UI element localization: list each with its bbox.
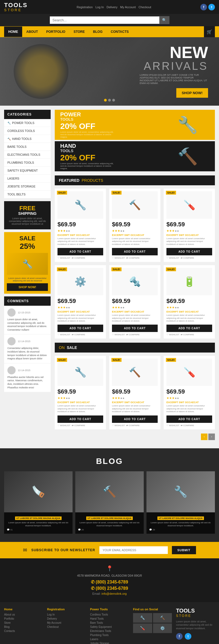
nav-contacts[interactable]: CONTACTS bbox=[106, 27, 133, 37]
sidebar-item-electricians-tools[interactable]: ELECTRICIANS TOOLS bbox=[4, 151, 51, 159]
footer-link-jobsite[interactable]: Jobsite Storage bbox=[90, 642, 129, 644]
footer-link-store[interactable]: Store bbox=[4, 621, 43, 624]
on-sale-compare-1[interactable]: ⇄ COMPARE bbox=[72, 424, 85, 427]
top-link-checkout[interactable]: Checkout bbox=[139, 5, 151, 9]
nav-store[interactable]: STORE bbox=[70, 27, 89, 37]
footer-link-myaccount[interactable]: My Account bbox=[47, 621, 86, 624]
wishlist-action-1[interactable]: ♡ WISHLIST bbox=[57, 257, 70, 259]
nav-about[interactable]: ABOUT bbox=[22, 27, 42, 37]
dot-1[interactable] bbox=[104, 99, 107, 102]
footer-link-plumbing[interactable]: Plumbing Tools bbox=[90, 634, 129, 637]
shop-now-button[interactable]: SHOP NOW! bbox=[7, 283, 48, 291]
on-sale-add-to-cart-3[interactable]: ADD TO CART bbox=[166, 415, 212, 423]
footer-phone-1[interactable]: ✆ (800) 2345-6789 bbox=[4, 579, 215, 585]
on-sale-price-1: $69.59 bbox=[57, 388, 103, 395]
product-desc-3: Lorem ipsum dolor sit amet consectetur a… bbox=[166, 237, 212, 246]
hero-shop-now-button[interactable]: SHOP NOW! bbox=[176, 88, 208, 98]
footer-link-safety[interactable]: Safety Equipment bbox=[90, 625, 129, 628]
on-sale-add-to-cart-1[interactable]: ADD TO CART bbox=[57, 415, 103, 423]
nav-home[interactable]: HOME bbox=[4, 27, 22, 37]
wishlist-action-4[interactable]: ♡ WISHLIST bbox=[57, 333, 70, 336]
sidebar-item-tool-belts[interactable]: TOOL BELTS bbox=[4, 190, 51, 198]
wishlist-action-5[interactable]: ♡ WISHLIST bbox=[112, 333, 125, 336]
on-sale-wishlist-1[interactable]: ♡ WISHLIST bbox=[57, 424, 70, 427]
add-to-cart-button-2[interactable]: ADD TO CART bbox=[112, 248, 158, 255]
add-to-cart-button-1[interactable]: ADD TO CART bbox=[57, 248, 103, 255]
add-to-cart-button-3[interactable]: ADD TO CART bbox=[166, 248, 212, 255]
facebook-icon[interactable]: f bbox=[200, 4, 207, 10]
on-sale-compare-2[interactable]: ⇄ COMPARE bbox=[126, 424, 140, 427]
sidebar-item-power-tools[interactable]: 🔧 POWER TOOLS bbox=[4, 119, 51, 127]
page-btn-1[interactable]: ‹ bbox=[201, 434, 208, 440]
compare-action-4[interactable]: ⇄ COMPARE bbox=[72, 333, 85, 336]
compare-action-5[interactable]: ⇄ COMPARE bbox=[126, 333, 140, 336]
footer-link-contacts[interactable]: Contacts bbox=[4, 629, 43, 633]
on-sale-compare-3[interactable]: ⇄ COMPARE bbox=[181, 424, 194, 427]
footer-phone-2[interactable]: ✆ (800) 2345-6789 bbox=[4, 586, 215, 591]
footer-link-portfolio[interactable]: Portfolio bbox=[4, 617, 43, 620]
wishlist-action-3[interactable]: ♡ WISHLIST bbox=[166, 257, 179, 259]
wishlist-action-6[interactable]: ♡ WISHLIST bbox=[166, 333, 179, 336]
add-to-cart-button-6[interactable]: ADD TO CART bbox=[166, 325, 212, 332]
page-btn-2[interactable]: › bbox=[208, 434, 215, 440]
search-button[interactable]: 🔍 bbox=[159, 16, 169, 24]
sidebar-item-bare-tools[interactable]: BARE TOOLS bbox=[4, 143, 51, 151]
promo-banners: POWER TOOLS 20% OFF Lorem ipsum dolor si… bbox=[55, 110, 215, 171]
footer-logo-tools: TOOLS bbox=[176, 608, 215, 614]
product-stars-4: ★★★★★ bbox=[57, 306, 103, 309]
on-sale-actions-3: ♡ WISHLIST ⇄ COMPARE bbox=[166, 424, 212, 427]
add-to-cart-button-5[interactable]: ADD TO CART bbox=[112, 325, 158, 332]
twitter-icon[interactable]: t bbox=[208, 4, 215, 10]
on-sale-badge-1: SALE! bbox=[57, 358, 67, 362]
sidebar-item-lasers[interactable]: LASERS bbox=[4, 175, 51, 183]
top-link-registration[interactable]: Registration bbox=[77, 5, 93, 9]
newsletter-section: ✉ SUBSCRIBE TO OUR NEWSLETTER SUBMIT bbox=[0, 542, 219, 558]
compare-action-1[interactable]: ⇄ COMPARE bbox=[72, 257, 85, 259]
top-link-account[interactable]: My Account bbox=[120, 5, 136, 9]
on-sale-image-3: 🪛 bbox=[166, 359, 212, 386]
footer-facebook-icon[interactable]: f bbox=[176, 633, 183, 640]
newsletter-submit-button[interactable]: SUBMIT bbox=[172, 546, 196, 554]
promo-power-type: POWER bbox=[60, 112, 115, 117]
wishlist-action-2[interactable]: ♡ WISHLIST bbox=[112, 257, 125, 259]
newsletter-input[interactable] bbox=[99, 546, 168, 554]
footer-link-checkout[interactable]: Checkout bbox=[47, 625, 86, 628]
footer-link-hand[interactable]: Hand Tools bbox=[90, 617, 129, 620]
footer-link-login[interactable]: Log In bbox=[47, 613, 86, 616]
footer-link-lasers[interactable]: Lasers bbox=[90, 638, 129, 641]
footer-link-delivery[interactable]: Delivery bbox=[47, 617, 86, 620]
sale-text: SALE bbox=[7, 235, 48, 242]
compare-action-2[interactable]: ⇄ COMPARE bbox=[126, 257, 140, 259]
on-sale-wishlist-2[interactable]: ♡ WISHLIST bbox=[112, 424, 125, 427]
footer-twitter-icon[interactable]: t bbox=[185, 633, 191, 640]
on-sale-section: ON SALE SALE! 🔧 $69.59 ★★★★★ EXCERPT SWT… bbox=[55, 343, 215, 440]
on-sale-wishlist-3[interactable]: ♡ WISHLIST bbox=[166, 424, 179, 427]
add-to-cart-button-4[interactable]: ADD TO CART bbox=[57, 325, 103, 332]
footer-link-blog[interactable]: Blog bbox=[4, 625, 43, 628]
footer-link-about[interactable]: About us bbox=[4, 613, 43, 616]
dot-2[interactable] bbox=[108, 99, 111, 102]
on-sale-add-to-cart-2[interactable]: ADD TO CART bbox=[112, 415, 158, 423]
footer-link-cordless[interactable]: Cordless Tools bbox=[90, 613, 129, 616]
footer-link-bare[interactable]: Bare Tools bbox=[90, 621, 129, 624]
sidebar-item-cordless-tools[interactable]: CORDLESS TOOLS bbox=[4, 127, 51, 135]
sidebar-item-plumbing-tools[interactable]: PLUMBING TOOLS bbox=[4, 159, 51, 167]
blog-post-desc-3: Lorem ipsum dolor sit amet, consectetur … bbox=[149, 521, 212, 527]
top-link-login[interactable]: Log In bbox=[96, 5, 104, 9]
footer-link-electricians[interactable]: Electricians Tools bbox=[90, 629, 129, 633]
categories-title: CATEGORIES bbox=[4, 110, 51, 119]
compare-action-3[interactable]: ⇄ COMPARE bbox=[181, 257, 194, 259]
sidebar-item-hand-tools[interactable]: 🔨 HAND TOOLS bbox=[4, 135, 51, 143]
footer-social-thumb-2: 🔨 bbox=[153, 613, 172, 623]
dot-3[interactable] bbox=[112, 99, 115, 102]
product-cat-1: EXCERPT SWT OCCAECAT bbox=[57, 234, 103, 236]
cart-icon[interactable]: 🛒 bbox=[204, 26, 215, 37]
search-input[interactable] bbox=[50, 16, 159, 24]
nav-blog[interactable]: BLOG bbox=[89, 27, 107, 37]
top-link-delivery[interactable]: Delivery bbox=[106, 5, 117, 9]
sidebar-item-safety-equipment[interactable]: SAFETY EQUIPMENT bbox=[4, 167, 51, 175]
footer-col-registration: Registration Log In Delivery My Account … bbox=[47, 608, 86, 644]
nav-portfolio[interactable]: PORTFOLIO bbox=[42, 27, 70, 37]
compare-action-6[interactable]: ⇄ COMPARE bbox=[181, 333, 194, 336]
sidebar-item-jobsite-storage[interactable]: JOBSITE STORAGE bbox=[4, 183, 51, 190]
